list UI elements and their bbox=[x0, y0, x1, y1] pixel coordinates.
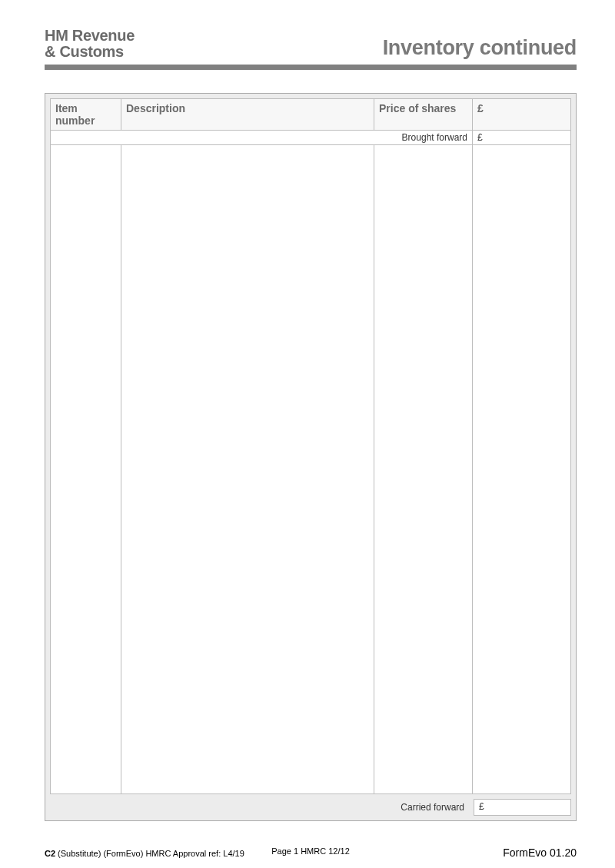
brought-forward-currency: £ bbox=[473, 131, 571, 145]
cell-amount[interactable] bbox=[473, 145, 571, 794]
footer-left: C2 (Substitute) (FormEvo) HMRC Approval … bbox=[45, 849, 244, 858]
cell-price[interactable] bbox=[374, 145, 473, 794]
col-currency: £ bbox=[473, 99, 571, 131]
table-header-row: Item number Description Price of shares … bbox=[51, 99, 571, 131]
footer-form-code: C2 bbox=[45, 849, 55, 858]
inventory-table: Item number Description Price of shares … bbox=[50, 98, 571, 794]
carried-forward-currency: £ bbox=[479, 801, 484, 812]
cell-item-number[interactable] bbox=[51, 145, 121, 794]
brought-forward-label: Brought forward bbox=[51, 131, 473, 145]
footer-center: Page 1 HMRC 12/12 bbox=[271, 846, 350, 856]
carried-forward-box[interactable]: £ bbox=[474, 799, 571, 816]
logo-line1: HM Revenue bbox=[45, 28, 135, 44]
carried-forward-label: Carried forward bbox=[401, 802, 466, 813]
brought-forward-row: Brought forward £ bbox=[51, 131, 571, 145]
page-title: Inventory continued bbox=[383, 36, 577, 60]
inventory-panel: Item number Description Price of shares … bbox=[45, 93, 577, 821]
col-price-of-shares: Price of shares bbox=[374, 99, 473, 131]
carried-forward-row: Carried forward £ bbox=[50, 799, 571, 816]
header-rule bbox=[45, 65, 577, 70]
footer-right: FormEvo 01.20 bbox=[503, 846, 577, 859]
cell-description[interactable] bbox=[121, 145, 374, 794]
table-body-row bbox=[51, 145, 571, 794]
hmrc-logo: HM Revenue & Customs bbox=[45, 28, 135, 60]
col-item-number: Item number bbox=[51, 99, 121, 131]
page-footer: C2 (Substitute) (FormEvo) HMRC Approval … bbox=[45, 846, 577, 859]
logo-line2: & Customs bbox=[45, 44, 135, 60]
col-description: Description bbox=[121, 99, 374, 131]
footer-left-rest: (Substitute) (FormEvo) HMRC Approval ref… bbox=[55, 849, 244, 858]
page-header: HM Revenue & Customs Inventory continued bbox=[45, 28, 577, 60]
